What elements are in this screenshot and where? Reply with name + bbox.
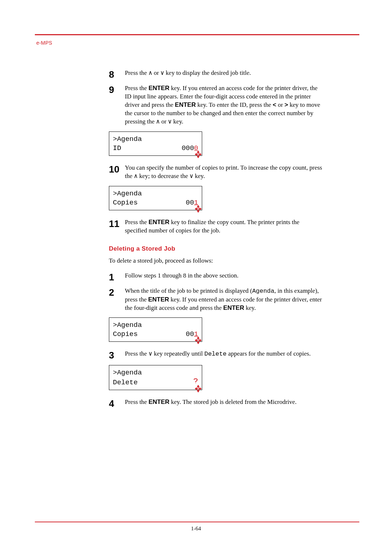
step-number: 2 bbox=[109, 288, 125, 297]
steps-group-b: 10You can specify the number of copies t… bbox=[109, 164, 323, 181]
lcd-line2-left: Copies bbox=[113, 330, 138, 339]
spinner-icon bbox=[193, 204, 203, 214]
header-label: e-MPS bbox=[36, 40, 52, 46]
step-number: 3 bbox=[109, 351, 125, 360]
step: 9Press the ENTER key. If you entered an … bbox=[109, 84, 323, 126]
step: 1Follow steps 1 through 8 in the above s… bbox=[109, 272, 323, 282]
step: 11Press the ENTER key to finalize the co… bbox=[109, 218, 323, 235]
lcd-line2-left: Delete bbox=[113, 378, 138, 388]
content-column: 8Press the ∧ or ∨ key to display the des… bbox=[109, 69, 323, 413]
lcd-display-copies: >Agenda Copies 001 bbox=[109, 186, 202, 210]
step: 4Press the ENTER key. The stored job is … bbox=[109, 398, 323, 408]
top-rule bbox=[35, 34, 359, 35]
lcd-line1: >Agenda bbox=[113, 368, 198, 378]
lcd-line2: ID 0000 bbox=[113, 144, 198, 153]
step: 10You can specify the number of copies t… bbox=[109, 164, 323, 181]
lcd-line1: >Agenda bbox=[113, 321, 198, 330]
page: e-MPS 8Press the ∧ or ∨ key to display t… bbox=[0, 0, 392, 555]
steps-group-d: 1Follow steps 1 through 8 in the above s… bbox=[109, 272, 323, 312]
step-number: 11 bbox=[109, 219, 125, 228]
lcd-line1: >Agenda bbox=[113, 135, 198, 144]
step-body: You can specify the number of copies to … bbox=[125, 164, 323, 181]
spinner-icon bbox=[193, 384, 203, 393]
lcd-plain: 00 bbox=[186, 199, 194, 207]
lcd-plain: 00 bbox=[186, 330, 194, 338]
lcd-line2: Delete bbox=[113, 378, 198, 388]
step: 2When the title of the job to be printed… bbox=[109, 287, 323, 312]
steps-group-e: 3Press the ∨ key repeatedly until Delete… bbox=[109, 350, 323, 360]
page-number: 1-64 bbox=[0, 526, 392, 532]
spinner-icon bbox=[193, 150, 203, 159]
section-intro: To delete a stored job, proceed as follo… bbox=[109, 257, 323, 265]
step-number: 8 bbox=[109, 70, 125, 79]
step-body: Press the ∨ key repeatedly until Delete … bbox=[125, 350, 323, 358]
lcd-line2-left: ID bbox=[113, 144, 121, 153]
lcd-display-delete: >Agenda Delete bbox=[109, 365, 202, 390]
svg-point-0 bbox=[195, 383, 196, 383]
steps-group-f: 4Press the ENTER key. The stored job is … bbox=[109, 398, 323, 408]
step-body: Follow steps 1 through 8 in the above se… bbox=[125, 272, 323, 280]
lcd-line2-left: Copies bbox=[113, 198, 138, 208]
step-body: Press the ENTER key. The stored job is d… bbox=[125, 398, 323, 406]
step-number: 1 bbox=[109, 272, 125, 282]
step-body: Press the ∧ or ∨ key to display the desi… bbox=[125, 69, 323, 78]
section-heading: Deleting a Stored Job bbox=[109, 245, 323, 252]
step-body: Press the ENTER key to finalize the copy… bbox=[125, 218, 323, 235]
lcd-display-id: >Agenda ID 0000 bbox=[109, 131, 202, 156]
step: 8Press the ∧ or ∨ key to display the des… bbox=[109, 69, 323, 79]
lcd-line2: Copies 001 bbox=[113, 330, 198, 339]
step-body: Press the ENTER key. If you entered an a… bbox=[125, 84, 323, 126]
step: 3Press the ∨ key repeatedly until Delete… bbox=[109, 350, 323, 360]
step-number: 9 bbox=[109, 85, 125, 94]
bottom-rule bbox=[35, 522, 359, 522]
steps-group-c: 11Press the ENTER key to finalize the co… bbox=[109, 218, 323, 235]
lcd-line1: >Agenda bbox=[113, 189, 198, 199]
step-number: 10 bbox=[109, 165, 125, 174]
step-number: 4 bbox=[109, 399, 125, 408]
lcd-plain: 000 bbox=[181, 144, 194, 152]
lcd-line2: Copies 001 bbox=[113, 198, 198, 208]
steps-group-a: 8Press the ∧ or ∨ key to display the des… bbox=[109, 69, 323, 126]
spinner-icon bbox=[193, 336, 203, 345]
step-body: When the title of the job to be printed … bbox=[125, 287, 323, 312]
lcd-display-copies-2: >Agenda Copies 001 bbox=[109, 317, 202, 342]
